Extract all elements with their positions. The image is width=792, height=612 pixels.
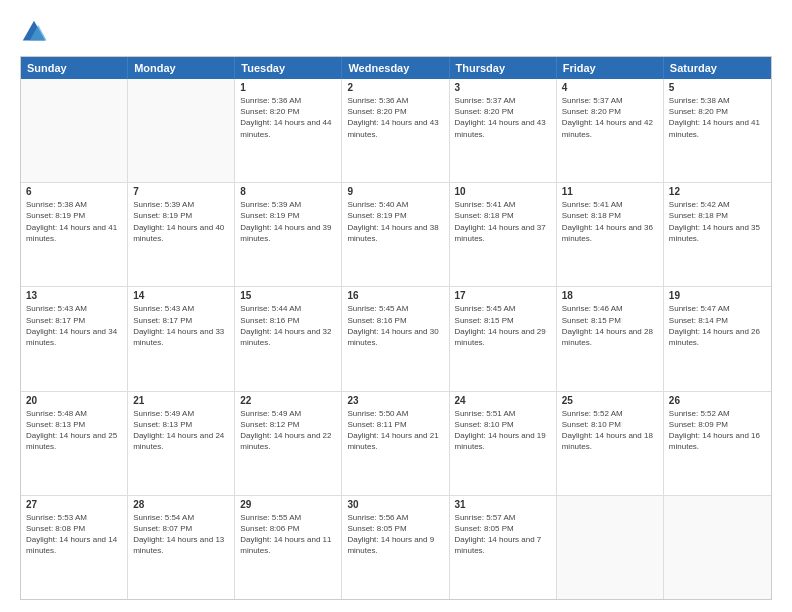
calendar-cell: 23Sunrise: 5:50 AM Sunset: 8:11 PM Dayli… — [342, 392, 449, 495]
day-number: 16 — [347, 290, 443, 301]
calendar-cell: 5Sunrise: 5:38 AM Sunset: 8:20 PM Daylig… — [664, 79, 771, 182]
cell-info: Sunrise: 5:49 AM Sunset: 8:13 PM Dayligh… — [133, 408, 229, 453]
calendar-cell — [21, 79, 128, 182]
cell-info: Sunrise: 5:52 AM Sunset: 8:10 PM Dayligh… — [562, 408, 658, 453]
cell-info: Sunrise: 5:49 AM Sunset: 8:12 PM Dayligh… — [240, 408, 336, 453]
cell-info: Sunrise: 5:45 AM Sunset: 8:16 PM Dayligh… — [347, 303, 443, 348]
calendar-cell — [128, 79, 235, 182]
day-number: 6 — [26, 186, 122, 197]
calendar-body: 1Sunrise: 5:36 AM Sunset: 8:20 PM Daylig… — [21, 79, 771, 599]
cell-info: Sunrise: 5:44 AM Sunset: 8:16 PM Dayligh… — [240, 303, 336, 348]
calendar-cell: 4Sunrise: 5:37 AM Sunset: 8:20 PM Daylig… — [557, 79, 664, 182]
cell-info: Sunrise: 5:55 AM Sunset: 8:06 PM Dayligh… — [240, 512, 336, 557]
header-day-monday: Monday — [128, 57, 235, 79]
cell-info: Sunrise: 5:42 AM Sunset: 8:18 PM Dayligh… — [669, 199, 766, 244]
calendar-cell: 30Sunrise: 5:56 AM Sunset: 8:05 PM Dayli… — [342, 496, 449, 599]
day-number: 14 — [133, 290, 229, 301]
calendar-row-2: 13Sunrise: 5:43 AM Sunset: 8:17 PM Dayli… — [21, 287, 771, 391]
day-number: 28 — [133, 499, 229, 510]
header-day-tuesday: Tuesday — [235, 57, 342, 79]
cell-info: Sunrise: 5:43 AM Sunset: 8:17 PM Dayligh… — [133, 303, 229, 348]
calendar-cell: 13Sunrise: 5:43 AM Sunset: 8:17 PM Dayli… — [21, 287, 128, 390]
cell-info: Sunrise: 5:53 AM Sunset: 8:08 PM Dayligh… — [26, 512, 122, 557]
day-number: 10 — [455, 186, 551, 197]
cell-info: Sunrise: 5:57 AM Sunset: 8:05 PM Dayligh… — [455, 512, 551, 557]
cell-info: Sunrise: 5:52 AM Sunset: 8:09 PM Dayligh… — [669, 408, 766, 453]
calendar-row-1: 6Sunrise: 5:38 AM Sunset: 8:19 PM Daylig… — [21, 183, 771, 287]
cell-info: Sunrise: 5:45 AM Sunset: 8:15 PM Dayligh… — [455, 303, 551, 348]
cell-info: Sunrise: 5:36 AM Sunset: 8:20 PM Dayligh… — [240, 95, 336, 140]
day-number: 27 — [26, 499, 122, 510]
calendar-cell: 15Sunrise: 5:44 AM Sunset: 8:16 PM Dayli… — [235, 287, 342, 390]
day-number: 23 — [347, 395, 443, 406]
day-number: 19 — [669, 290, 766, 301]
cell-info: Sunrise: 5:37 AM Sunset: 8:20 PM Dayligh… — [455, 95, 551, 140]
day-number: 24 — [455, 395, 551, 406]
header — [20, 18, 772, 46]
day-number: 18 — [562, 290, 658, 301]
calendar-cell: 29Sunrise: 5:55 AM Sunset: 8:06 PM Dayli… — [235, 496, 342, 599]
calendar-cell: 8Sunrise: 5:39 AM Sunset: 8:19 PM Daylig… — [235, 183, 342, 286]
cell-info: Sunrise: 5:40 AM Sunset: 8:19 PM Dayligh… — [347, 199, 443, 244]
calendar-cell: 3Sunrise: 5:37 AM Sunset: 8:20 PM Daylig… — [450, 79, 557, 182]
day-number: 3 — [455, 82, 551, 93]
day-number: 26 — [669, 395, 766, 406]
calendar-cell: 11Sunrise: 5:41 AM Sunset: 8:18 PM Dayli… — [557, 183, 664, 286]
calendar-cell: 20Sunrise: 5:48 AM Sunset: 8:13 PM Dayli… — [21, 392, 128, 495]
calendar-cell: 17Sunrise: 5:45 AM Sunset: 8:15 PM Dayli… — [450, 287, 557, 390]
header-day-thursday: Thursday — [450, 57, 557, 79]
day-number: 2 — [347, 82, 443, 93]
calendar-cell: 22Sunrise: 5:49 AM Sunset: 8:12 PM Dayli… — [235, 392, 342, 495]
day-number: 8 — [240, 186, 336, 197]
cell-info: Sunrise: 5:41 AM Sunset: 8:18 PM Dayligh… — [562, 199, 658, 244]
cell-info: Sunrise: 5:54 AM Sunset: 8:07 PM Dayligh… — [133, 512, 229, 557]
calendar-cell — [664, 496, 771, 599]
day-number: 25 — [562, 395, 658, 406]
day-number: 1 — [240, 82, 336, 93]
header-day-saturday: Saturday — [664, 57, 771, 79]
calendar-cell: 12Sunrise: 5:42 AM Sunset: 8:18 PM Dayli… — [664, 183, 771, 286]
calendar-cell: 25Sunrise: 5:52 AM Sunset: 8:10 PM Dayli… — [557, 392, 664, 495]
day-number: 29 — [240, 499, 336, 510]
cell-info: Sunrise: 5:36 AM Sunset: 8:20 PM Dayligh… — [347, 95, 443, 140]
cell-info: Sunrise: 5:38 AM Sunset: 8:19 PM Dayligh… — [26, 199, 122, 244]
day-number: 31 — [455, 499, 551, 510]
header-day-wednesday: Wednesday — [342, 57, 449, 79]
day-number: 13 — [26, 290, 122, 301]
calendar-cell: 31Sunrise: 5:57 AM Sunset: 8:05 PM Dayli… — [450, 496, 557, 599]
cell-info: Sunrise: 5:38 AM Sunset: 8:20 PM Dayligh… — [669, 95, 766, 140]
cell-info: Sunrise: 5:51 AM Sunset: 8:10 PM Dayligh… — [455, 408, 551, 453]
calendar-cell: 1Sunrise: 5:36 AM Sunset: 8:20 PM Daylig… — [235, 79, 342, 182]
calendar-cell: 10Sunrise: 5:41 AM Sunset: 8:18 PM Dayli… — [450, 183, 557, 286]
calendar-cell: 21Sunrise: 5:49 AM Sunset: 8:13 PM Dayli… — [128, 392, 235, 495]
calendar-cell: 27Sunrise: 5:53 AM Sunset: 8:08 PM Dayli… — [21, 496, 128, 599]
cell-info: Sunrise: 5:50 AM Sunset: 8:11 PM Dayligh… — [347, 408, 443, 453]
calendar-row-0: 1Sunrise: 5:36 AM Sunset: 8:20 PM Daylig… — [21, 79, 771, 183]
cell-info: Sunrise: 5:39 AM Sunset: 8:19 PM Dayligh… — [240, 199, 336, 244]
page: SundayMondayTuesdayWednesdayThursdayFrid… — [0, 0, 792, 612]
cell-info: Sunrise: 5:46 AM Sunset: 8:15 PM Dayligh… — [562, 303, 658, 348]
day-number: 15 — [240, 290, 336, 301]
day-number: 7 — [133, 186, 229, 197]
day-number: 11 — [562, 186, 658, 197]
cell-info: Sunrise: 5:47 AM Sunset: 8:14 PM Dayligh… — [669, 303, 766, 348]
day-number: 5 — [669, 82, 766, 93]
calendar-cell: 2Sunrise: 5:36 AM Sunset: 8:20 PM Daylig… — [342, 79, 449, 182]
cell-info: Sunrise: 5:39 AM Sunset: 8:19 PM Dayligh… — [133, 199, 229, 244]
day-number: 20 — [26, 395, 122, 406]
logo — [20, 18, 52, 46]
calendar-cell: 6Sunrise: 5:38 AM Sunset: 8:19 PM Daylig… — [21, 183, 128, 286]
calendar-cell: 26Sunrise: 5:52 AM Sunset: 8:09 PM Dayli… — [664, 392, 771, 495]
day-number: 12 — [669, 186, 766, 197]
calendar-cell: 14Sunrise: 5:43 AM Sunset: 8:17 PM Dayli… — [128, 287, 235, 390]
calendar-cell: 18Sunrise: 5:46 AM Sunset: 8:15 PM Dayli… — [557, 287, 664, 390]
calendar-cell: 16Sunrise: 5:45 AM Sunset: 8:16 PM Dayli… — [342, 287, 449, 390]
logo-icon — [20, 18, 48, 46]
day-number: 22 — [240, 395, 336, 406]
day-number: 30 — [347, 499, 443, 510]
calendar-cell — [557, 496, 664, 599]
day-number: 9 — [347, 186, 443, 197]
calendar-cell: 28Sunrise: 5:54 AM Sunset: 8:07 PM Dayli… — [128, 496, 235, 599]
cell-info: Sunrise: 5:43 AM Sunset: 8:17 PM Dayligh… — [26, 303, 122, 348]
cell-info: Sunrise: 5:41 AM Sunset: 8:18 PM Dayligh… — [455, 199, 551, 244]
